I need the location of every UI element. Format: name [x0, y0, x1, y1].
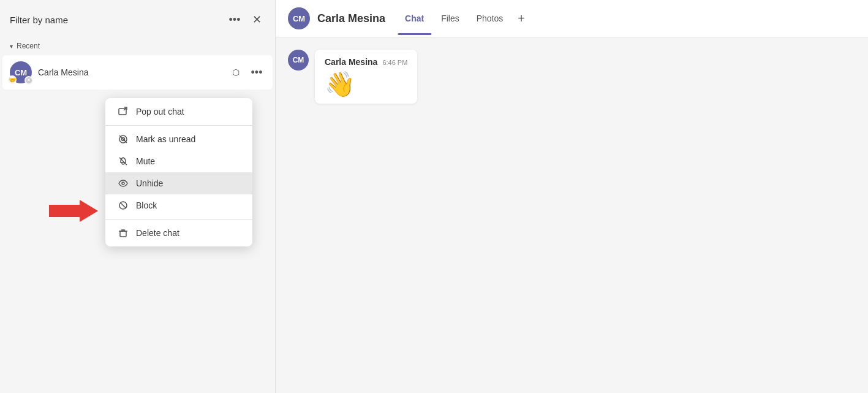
- menu-item-mark-unread[interactable]: Mark as unread: [105, 128, 252, 150]
- chat-area: CM Carla Mesina 6:46 PM 👋: [276, 37, 868, 393]
- close-icon: ✕: [252, 13, 262, 26]
- menu-item-mute-label: Mute: [136, 156, 155, 166]
- message-header: Carla Mesina 6:46 PM: [325, 57, 407, 67]
- add-tab-button[interactable]: +: [513, 9, 530, 28]
- message-avatar-initials: CM: [293, 56, 304, 64]
- filter-title: Filter by name: [10, 15, 68, 25]
- pop-out-icon: ⬡: [232, 67, 240, 77]
- menu-item-pop-out-chat-label: Pop out chat: [136, 107, 184, 116]
- menu-item-delete-chat[interactable]: Delete chat: [105, 222, 252, 244]
- avatar-badge: ✕: [25, 76, 33, 85]
- message-avatar: CM: [288, 50, 309, 71]
- message-wrap: CM Carla Mesina 6:46 PM 👋: [288, 50, 856, 104]
- ellipsis-icon: •••: [229, 13, 241, 26]
- avatar: CM 🤝 ✕: [10, 61, 32, 83]
- menu-item-delete-chat-label: Delete chat: [136, 228, 179, 238]
- menu-item-pop-out-chat[interactable]: Pop out chat: [105, 101, 252, 123]
- menu-item-unhide-label: Unhide: [136, 178, 163, 188]
- block-icon: [118, 200, 129, 210]
- mark-unread-icon: [118, 134, 129, 144]
- more-options-button[interactable]: •••: [226, 11, 243, 28]
- context-menu: Pop out chat Mark as unread Mu: [105, 98, 252, 246]
- status-icon: 🤝: [8, 75, 17, 84]
- red-arrow-indicator: [49, 200, 98, 224]
- message-sender-name: Carla Mesina: [325, 57, 377, 67]
- pop-out-chat-icon: [118, 107, 129, 116]
- close-sidebar-button[interactable]: ✕: [248, 11, 265, 28]
- message-emoji: 👋: [325, 72, 407, 96]
- message-bubble: Carla Mesina 6:46 PM 👋: [315, 50, 417, 104]
- add-tab-icon: +: [518, 12, 525, 25]
- mute-icon: [118, 156, 129, 166]
- main-tabs: Chat Files Photos +: [398, 9, 530, 28]
- message-time: 6:46 PM: [382, 59, 407, 66]
- tab-files-label: Files: [441, 13, 459, 23]
- tab-chat[interactable]: Chat: [398, 10, 431, 27]
- svg-point-6: [122, 182, 124, 185]
- menu-item-mark-unread-label: Mark as unread: [136, 134, 195, 144]
- unhide-icon: [118, 178, 129, 188]
- menu-item-mute[interactable]: Mute: [105, 150, 252, 172]
- menu-item-unhide[interactable]: Unhide: [105, 172, 252, 194]
- menu-item-block[interactable]: Block: [105, 194, 252, 216]
- chat-item-name: Carla Mesina: [38, 67, 227, 77]
- pop-out-icon-button[interactable]: ⬡: [227, 64, 244, 81]
- more-icon: •••: [251, 66, 263, 79]
- chat-more-button[interactable]: •••: [248, 64, 265, 81]
- chat-item-actions: ⬡ •••: [227, 64, 265, 81]
- menu-divider-1: [105, 125, 252, 126]
- recent-label-text: Recent: [17, 42, 40, 50]
- sidebar: Filter by name ••• ✕ ▾ Recent CM 🤝 ✕ Car…: [0, 0, 276, 393]
- recent-section-label: ▾ Recent: [0, 39, 275, 55]
- svg-marker-0: [49, 200, 98, 222]
- tab-files[interactable]: Files: [434, 10, 467, 27]
- main-avatar: CM: [288, 7, 310, 29]
- chat-list-item[interactable]: CM 🤝 ✕ Carla Mesina ⬡ •••: [2, 55, 273, 90]
- tab-photos[interactable]: Photos: [469, 10, 511, 27]
- chevron-down-icon: ▾: [10, 43, 13, 50]
- tab-chat-label: Chat: [405, 13, 424, 23]
- avatar-initials: CM: [15, 68, 27, 77]
- main-contact-name: Carla Mesina: [317, 12, 385, 25]
- delete-chat-icon: [118, 228, 129, 238]
- svg-line-8: [121, 203, 126, 208]
- menu-item-block-label: Block: [136, 200, 157, 210]
- sidebar-header-actions: ••• ✕: [226, 11, 265, 28]
- svg-rect-9: [120, 231, 126, 237]
- sidebar-header: Filter by name ••• ✕: [0, 0, 275, 39]
- menu-divider-2: [105, 219, 252, 219]
- main-content: CM Carla Mesina Chat Files Photos + CM: [276, 0, 868, 393]
- main-header: CM Carla Mesina Chat Files Photos +: [276, 0, 868, 37]
- tab-photos-label: Photos: [477, 13, 504, 23]
- main-avatar-initials: CM: [293, 14, 305, 23]
